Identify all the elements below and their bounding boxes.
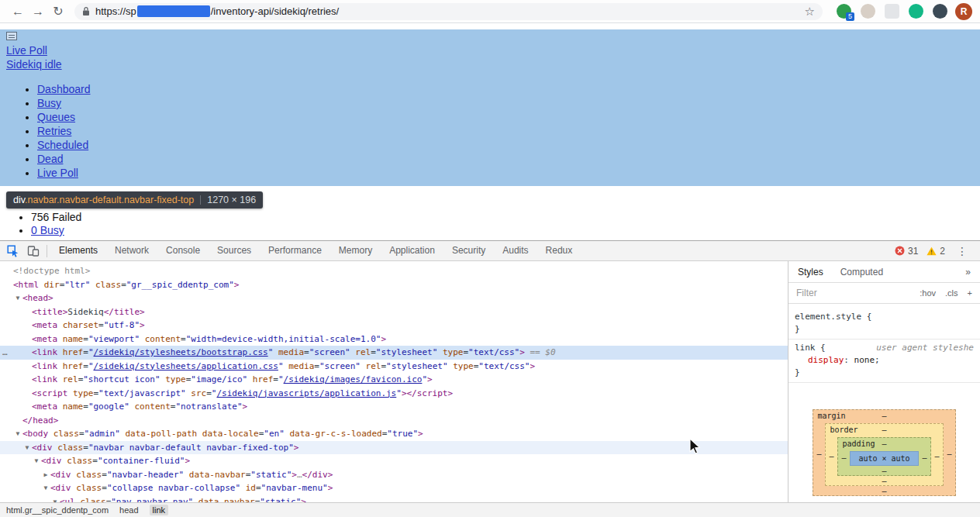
tooltip-selector: div.navbar.navbar-default.navbar-fixed-t… <box>13 195 194 205</box>
devtools-tab-elements[interactable]: Elements <box>50 241 106 260</box>
pseudo-state-button[interactable]: :hov <box>920 288 936 298</box>
dom-tree-row[interactable]: <title>Sidekiq</title> <box>0 305 788 319</box>
bookmark-star-icon[interactable]: ☆ <box>805 5 815 19</box>
expand-arrow[interactable]: ▶ <box>41 468 50 482</box>
code-segment: name <box>63 334 84 344</box>
breadcrumb-item-head[interactable]: head <box>119 505 138 515</box>
nav-link-dead[interactable]: Dead <box>37 153 63 165</box>
nav-link-retries[interactable]: Retries <box>37 125 71 137</box>
extension-icon-4[interactable] <box>909 4 923 19</box>
device-toolbar-icon[interactable] <box>23 241 43 260</box>
address-bar[interactable]: https://sp /inventory-api/sidekiq/retrie… <box>74 3 823 20</box>
profile-avatar[interactable]: R <box>955 3 972 20</box>
code-segment <box>273 347 278 357</box>
back-icon[interactable]: ← <box>8 0 28 23</box>
expand-arrow[interactable]: ▼ <box>22 441 32 455</box>
extension-icon-3[interactable] <box>885 4 899 19</box>
dom-tree-row[interactable]: <script type="text/javascript" src="/sid… <box>0 387 788 401</box>
styles-tabbar: Styles Computed » <box>788 261 980 283</box>
dom-tree-row[interactable]: </head> <box>0 414 788 428</box>
code-segment: data-poll-path <box>125 429 197 439</box>
breadcrumb-item-link[interactable]: link <box>150 505 169 515</box>
extension-icon-5[interactable] <box>933 4 947 19</box>
dom-tree-row[interactable]: ▼<body class="admin" data-poll-path data… <box>0 427 788 441</box>
style-declaration[interactable]: display: none; <box>795 354 974 367</box>
dom-tree-row[interactable]: ▼<head> <box>0 291 788 305</box>
expand-arrow[interactable]: ▼ <box>50 495 60 503</box>
devtools-tab-audits[interactable]: Audits <box>494 241 537 260</box>
box-model-margin[interactable]: margin – – – – border – – – – padding <box>813 409 955 496</box>
console-warning-count[interactable]: 2 <box>927 246 945 257</box>
more-panels-icon[interactable]: » <box>965 267 971 277</box>
nav-list-item: Retries <box>37 124 980 138</box>
extension-icon-2[interactable] <box>861 4 875 19</box>
devtools-tab-redux[interactable]: Redux <box>537 241 581 260</box>
style-rule-element-style[interactable]: element.style { } <box>788 308 980 339</box>
new-style-rule-button[interactable]: + <box>968 288 972 298</box>
devtools-tab-sources[interactable]: Sources <box>209 241 260 260</box>
nav-link-dashboard[interactable]: Dashboard <box>37 83 91 95</box>
devtools-tab-application[interactable]: Application <box>381 241 443 260</box>
code-segment: data-locale <box>202 429 259 439</box>
nav-link-queues[interactable]: Queues <box>37 111 75 123</box>
code-segment: class <box>76 470 102 480</box>
nav-link-scheduled[interactable]: Scheduled <box>37 139 88 151</box>
dom-tree-row[interactable]: ▼<div class="container-fluid"> <box>0 454 788 468</box>
dom-tree-row[interactable]: <link rel="shortcut icon" type="image/ic… <box>0 373 788 387</box>
devtools-tab-performance[interactable]: Performance <box>260 241 330 260</box>
code-segment: " <box>396 388 402 398</box>
code-segment: id <box>246 483 256 493</box>
box-model-section: margin – – – – border – – – – padding <box>788 409 980 502</box>
reload-icon[interactable]: ↻ <box>48 0 68 23</box>
code-segment: <meta <box>32 402 57 412</box>
code-segment: <meta <box>32 334 57 344</box>
code-segment: = <box>206 388 212 398</box>
box-model-content[interactable]: auto × auto <box>850 451 918 466</box>
breadcrumb-item-html-gr-spic-ddentp-com[interactable]: html.gr__spic_ddentp_com <box>6 505 109 515</box>
tab-computed[interactable]: Computed <box>840 267 883 277</box>
devtools-tab-security[interactable]: Security <box>443 241 494 260</box>
devtools-tab-memory[interactable]: Memory <box>330 241 381 260</box>
expand-arrow[interactable]: ▼ <box>13 291 22 305</box>
stat-0-busy[interactable]: 0 Busy <box>31 224 64 236</box>
devtools-tab-network[interactable]: Network <box>106 241 157 260</box>
box-model-border[interactable]: border – – – – padding – – – – au <box>825 423 943 486</box>
expand-arrow[interactable]: ▼ <box>32 454 41 468</box>
code-segment: > <box>294 443 299 453</box>
expand-arrow[interactable]: ▼ <box>41 481 50 495</box>
code-segment <box>197 429 202 439</box>
inspect-element-icon[interactable] <box>3 241 23 260</box>
nav-link-busy[interactable]: Busy <box>37 97 61 109</box>
tab-styles[interactable]: Styles <box>798 267 823 277</box>
dom-tree-row[interactable]: <!doctype html> <box>0 264 788 278</box>
dom-tree-row[interactable]: …<link href="/sidekiq/stylesheets/bootst… <box>0 346 788 360</box>
devtools-panel: ElementsNetworkConsoleSourcesPerformance… <box>0 240 980 517</box>
styles-filter-input[interactable] <box>796 288 882 298</box>
dom-tree-row[interactable]: ▶<div class="navbar-header" data-navbar=… <box>0 468 788 482</box>
link-live-poll-top[interactable]: Live Poll <box>6 44 47 57</box>
dom-tree-row[interactable]: <meta name="google" content="notranslate… <box>0 400 788 414</box>
nav-link-live-poll[interactable]: Live Poll <box>37 167 78 179</box>
devtools-tab-console[interactable]: Console <box>157 241 209 260</box>
dom-tree-row[interactable]: <link href="/sidekiq/stylesheets/applica… <box>0 360 788 374</box>
devtools-menu-icon[interactable]: ⋮ <box>954 245 971 257</box>
style-rule-link[interactable]: link { user agent styleshe display: none… <box>788 339 980 383</box>
dom-tree-row[interactable]: <meta charset="utf-8"> <box>0 319 788 333</box>
dom-tree-row[interactable]: ▼<div class="navbar navbar-default navba… <box>0 441 788 455</box>
dom-tree-row[interactable]: <meta name="viewport" content="width=dev… <box>0 333 788 346</box>
link-sidekiq-idle[interactable]: Sidekiq idle <box>6 58 62 71</box>
forward-icon[interactable]: → <box>28 0 48 23</box>
extension-icon-1[interactable]: 5 <box>837 4 851 19</box>
code-segment <box>57 361 63 371</box>
dom-tree-row[interactable]: <html dir="ltr" class="gr__spic_ddentp_c… <box>0 278 788 292</box>
console-error-count[interactable]: 31 <box>895 246 918 257</box>
box-model-padding[interactable]: padding – – – – auto × auto <box>837 437 930 476</box>
code-segment: "collapse navbar-collapse" <box>107 483 240 493</box>
element-classes-button[interactable]: .cls <box>945 288 958 298</box>
expand-arrow[interactable]: ▼ <box>13 427 22 441</box>
dom-tree-row[interactable]: ▼<div class="collapse navbar-collapse" i… <box>0 481 788 495</box>
hamburger-icon[interactable] <box>6 32 17 40</box>
row-actions-ellipsis[interactable]: … <box>2 346 9 360</box>
dom-tree-row[interactable]: ▼<ul class="nav navbar-nav" data-navbar=… <box>0 495 788 503</box>
code-segment: href <box>63 361 84 371</box>
